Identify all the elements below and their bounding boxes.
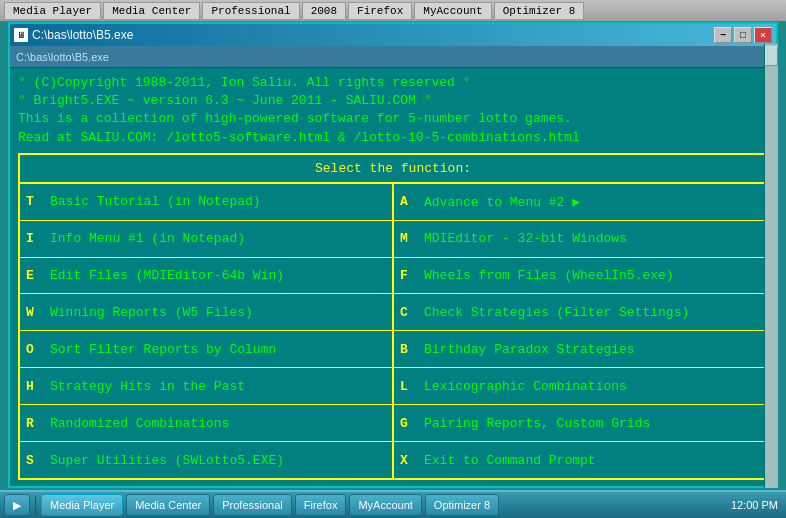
header-line1: ° (C)Copyright 1988-2011, Ion Saliu. All… [18,74,768,92]
menu-cell-S[interactable]: S Super Utilities (SWLotto5.EXE) [20,442,394,478]
menu-cell-G[interactable]: G Pairing Reports, Custom Grids [394,405,766,441]
taskbar-top-item-6[interactable]: MyAccount [414,2,491,20]
menu-cell-M[interactable]: M MDIEditor - 32-bit Windows [394,221,766,257]
menu-rows: T Basic Tutorial (in Notepad) A Advance … [20,184,766,478]
menu-label-M: MDIEditor - 32-bit Windows [424,231,627,246]
taskbar-top: Media Player Media Center Professional 2… [0,0,786,22]
menu-cell-T[interactable]: T Basic Tutorial (in Notepad) [20,184,394,220]
taskbar-bottom-item-2[interactable]: Media Center [126,494,210,516]
menu-key-T: T [26,194,44,209]
menu-cell-A[interactable]: A Advance to Menu #2 ▶ [394,184,766,220]
taskbar-top-item-1[interactable]: Media Player [4,2,101,20]
menu-cell-E[interactable]: E Edit Files (MDIEditor-64b Win) [20,258,394,294]
menu-key-G: G [400,416,418,431]
taskbar-top-item-2[interactable]: Media Center [103,2,200,20]
menu-cell-C[interactable]: C Check Strategies (Filter Settings) [394,294,766,330]
menu-key-E: E [26,268,44,283]
menu-key-A: A [400,194,418,209]
taskbar-bottom-item-6[interactable]: Optimizer 8 [425,494,499,516]
taskbar-bottom-item-5[interactable]: MyAccount [349,494,421,516]
menu-row-1: I Info Menu #1 (in Notepad) M MDIEditor … [20,221,766,258]
menu-label-X: Exit to Command Prompt [424,453,596,468]
menu-row-4: O Sort Filter Reports by Column B Birthd… [20,331,766,368]
clock: 12:00 PM [731,499,782,511]
menu-key-L: L [400,379,418,394]
menu-key-C: C [400,305,418,320]
menu-row-2: E Edit Files (MDIEditor-64b Win) F Wheel… [20,258,766,295]
menu-cell-R[interactable]: R Randomized Combinations [20,405,394,441]
menu-row-6: R Randomized Combinations G Pairing Repo… [20,405,766,442]
menu-key-B: B [400,342,418,357]
menu-row-3: W Winning Reports (W5 Files) C Check Str… [20,294,766,331]
menu-cell-W[interactable]: W Winning Reports (W5 Files) [20,294,394,330]
menu-key-W: W [26,305,44,320]
header-line4: Read at SALIU.COM: /lotto5-software.html… [18,129,768,147]
menu-box: Select the function: T Basic Tutorial (i… [18,153,768,480]
maximize-button[interactable]: □ [734,27,752,43]
title-bar: 🖥 C:\bas\lotto\B5.exe − □ ✕ [10,24,776,46]
menu-cell-L[interactable]: L Lexicographic Combinations [394,368,766,404]
menu-label-C: Check Strategies (Filter Settings) [424,305,689,320]
menu-label-S: Super Utilities (SWLotto5.EXE) [50,453,284,468]
taskbar-bottom-item-3[interactable]: Professional [213,494,292,516]
menu-cell-F[interactable]: F Wheels from Files (WheelIn5.exe) [394,258,766,294]
menu-label-E: Edit Files (MDIEditor-64b Win) [50,268,284,283]
menu-label-A: Advance to Menu #2 ▶ [424,194,580,210]
menu-cell-I[interactable]: I Info Menu #1 (in Notepad) [20,221,394,257]
close-button[interactable]: ✕ [754,27,772,43]
menu-key-I: I [26,231,44,246]
minimize-button[interactable]: − [714,27,732,43]
title-bar-left: 🖥 C:\bas\lotto\B5.exe [14,28,133,42]
header-text: ° (C)Copyright 1988-2011, Ion Saliu. All… [18,74,768,147]
menu-label-G: Pairing Reports, Custom Grids [424,416,650,431]
menu-row-5: H Strategy Hits in the Past L Lexicograp… [20,368,766,405]
header-line3: This is a collection of high-powered sof… [18,110,768,128]
menu-key-F: F [400,268,418,283]
menu-label-I: Info Menu #1 (in Notepad) [50,231,245,246]
taskbar-top-item-3[interactable]: Professional [202,2,299,20]
menu-row-7: S Super Utilities (SWLotto5.EXE) X Exit … [20,442,766,478]
menu-label-H: Strategy Hits in the Past [50,379,245,394]
scrollbar-thumb[interactable] [765,46,778,66]
menu-label-L: Lexicographic Combinations [424,379,627,394]
menu-label-O: Sort Filter Reports by Column [50,342,276,357]
menu-key-O: O [26,342,44,357]
menu-cell-X[interactable]: X Exit to Command Prompt [394,442,766,478]
taskbar-bottom-item-1[interactable]: Media Player [41,494,123,516]
taskbar-bottom-start[interactable]: ▶ [4,494,30,516]
taskbar-top-item-4[interactable]: 2008 [302,2,346,20]
menu-label-T: Basic Tutorial (in Notepad) [50,194,261,209]
taskbar-top-item-7[interactable]: Optimizer 8 [494,2,585,20]
window-icon: 🖥 [14,28,28,42]
header-line2: ° Bright5.EXE ~ version 6.3 ~ June 2011 … [18,92,768,110]
scrollbar[interactable] [764,44,778,488]
menu-label-R: Randomized Combinations [50,416,229,431]
menu-label-F: Wheels from Files (WheelIn5.exe) [424,268,674,283]
menu-label-W: Winning Reports (W5 Files) [50,305,253,320]
address-bar: C:\bas\lotto\B5.exe [10,46,776,68]
menu-cell-H[interactable]: H Strategy Hits in the Past [20,368,394,404]
menu-cell-O[interactable]: O Sort Filter Reports by Column [20,331,394,367]
menu-title: Select the function: [20,155,766,184]
menu-cell-B[interactable]: B Birthday Paradox Strategies [394,331,766,367]
menu-label-B: Birthday Paradox Strategies [424,342,635,357]
address-label: C:\bas\lotto\B5.exe [16,51,109,63]
menu-key-M: M [400,231,418,246]
taskbar-top-item-5[interactable]: Firefox [348,2,412,20]
menu-key-S: S [26,453,44,468]
window-title: C:\bas\lotto\B5.exe [32,28,133,42]
taskbar-bottom: ▶ Media Player Media Center Professional… [0,490,786,518]
main-window: 🖥 C:\bas\lotto\B5.exe − □ ✕ C:\bas\lotto… [8,22,778,488]
taskbar-bottom-item-4[interactable]: Firefox [295,494,347,516]
content-area: ° (C)Copyright 1988-2011, Ion Saliu. All… [10,68,776,486]
menu-key-X: X [400,453,418,468]
menu-key-R: R [26,416,44,431]
menu-key-H: H [26,379,44,394]
taskbar-separator-1 [35,496,36,514]
menu-row-0: T Basic Tutorial (in Notepad) A Advance … [20,184,766,221]
title-buttons: − □ ✕ [714,27,772,43]
